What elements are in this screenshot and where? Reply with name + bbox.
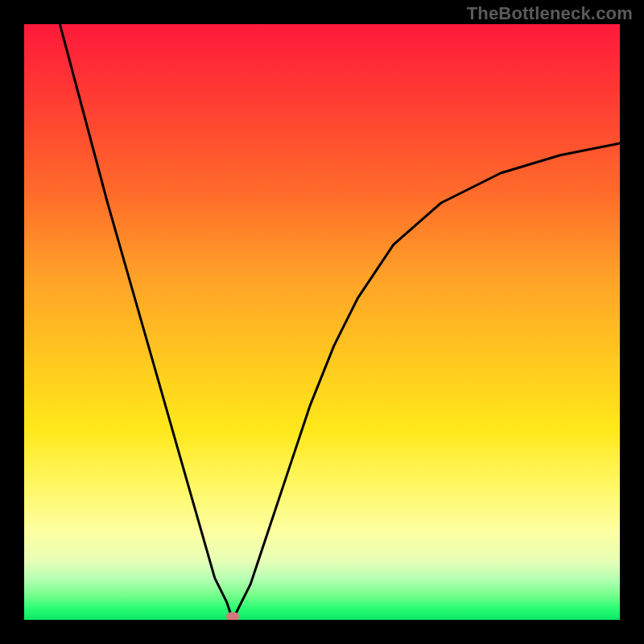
bottleneck-curve [24, 24, 620, 620]
watermark-text: TheBottleneck.com [467, 3, 633, 24]
plot-area [24, 24, 620, 620]
optimum-marker [226, 613, 239, 620]
curve-path [60, 24, 620, 620]
chart-frame: TheBottleneck.com [0, 0, 644, 644]
